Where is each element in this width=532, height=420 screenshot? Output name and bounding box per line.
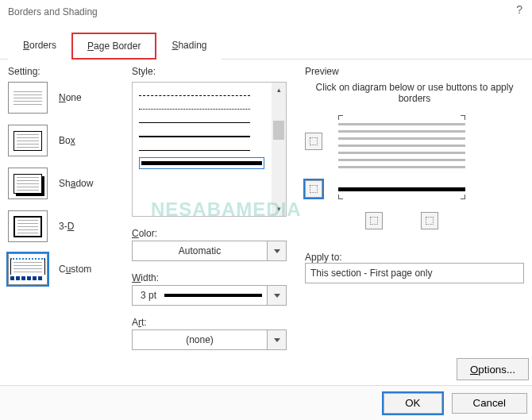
color-value: Automatic — [179, 245, 221, 256]
tab-page-border[interactable]: Page Border — [71, 33, 156, 60]
width-sample-icon — [164, 294, 262, 297]
border-bottom-button[interactable] — [305, 180, 322, 198]
color-dropdown-button[interactable] — [268, 241, 287, 261]
setting-3d[interactable]: 3-D — [8, 210, 127, 242]
border-left-button[interactable] — [365, 212, 383, 229]
apply-to-select[interactable]: This section - First page only — [305, 263, 524, 283]
setting-box-label: Box — [59, 135, 75, 146]
setting-3d-icon — [8, 210, 48, 242]
cancel-button[interactable]: Cancel — [452, 393, 528, 414]
setting-none[interactable]: None — [8, 82, 127, 114]
dialog-footer: OK Cancel — [0, 385, 532, 420]
chevron-down-icon — [274, 338, 280, 342]
tab-strip: Borders Page Border Shading — [0, 32, 532, 60]
tab-borders[interactable]: Borders — [8, 33, 71, 60]
style-option[interactable] — [139, 136, 250, 137]
style-option[interactable] — [139, 122, 250, 123]
color-select[interactable]: Automatic — [132, 241, 268, 261]
chevron-down-icon — [274, 294, 280, 298]
art-value: (none) — [186, 334, 214, 345]
width-value: 3 pt — [141, 290, 156, 301]
width-label: Width: — [132, 272, 294, 283]
style-option-selected[interactable] — [139, 157, 264, 169]
setting-custom[interactable]: Custom — [8, 253, 127, 285]
options-button[interactable]: Options... — [457, 358, 529, 380]
style-listbox[interactable]: ▴ ▾ — [132, 82, 287, 217]
art-dropdown-button[interactable] — [268, 329, 287, 350]
scroll-thumb[interactable] — [273, 121, 284, 140]
tab-shading[interactable]: Shading — [156, 33, 222, 60]
color-label: Color: — [132, 228, 294, 239]
style-option[interactable] — [139, 95, 250, 96]
help-icon[interactable]: ? — [516, 3, 522, 16]
apply-to-label: Apply to: — [305, 252, 524, 263]
setting-shadow[interactable]: Shadow — [8, 168, 127, 199]
scroll-down-icon[interactable]: ▾ — [272, 202, 286, 216]
width-select[interactable]: 3 pt — [132, 285, 268, 306]
width-dropdown-button[interactable] — [268, 285, 287, 306]
setting-box[interactable]: Box — [8, 125, 127, 156]
setting-box-icon — [8, 125, 48, 156]
border-right-button[interactable] — [421, 212, 438, 229]
setting-shadow-label: Shadow — [59, 178, 93, 189]
border-top-button[interactable] — [305, 133, 322, 150]
window-title: Borders and Shading — [8, 6, 98, 17]
preview-help-text: Click on diagram below or use buttons to… — [305, 82, 524, 104]
chevron-down-icon — [274, 249, 280, 253]
art-select[interactable]: (none) — [132, 329, 268, 350]
apply-to-value: This section - First page only — [310, 268, 432, 279]
art-label: Art: — [132, 317, 294, 328]
setting-label: Setting: — [8, 66, 127, 77]
scroll-up-icon[interactable]: ▴ — [272, 83, 286, 97]
style-scrollbar[interactable]: ▴ ▾ — [272, 83, 286, 216]
setting-custom-label: Custom — [59, 264, 91, 275]
setting-custom-icon — [8, 253, 48, 285]
style-option[interactable] — [139, 150, 250, 151]
setting-shadow-icon — [8, 168, 48, 199]
preview-bottom-border — [338, 187, 465, 191]
setting-none-label: None — [59, 92, 82, 103]
style-option[interactable] — [139, 109, 250, 110]
style-label: Style: — [132, 66, 294, 77]
setting-3d-label: 3-D — [59, 221, 74, 232]
preview-diagram[interactable] — [338, 115, 465, 229]
preview-label: Preview — [305, 66, 524, 77]
ok-button[interactable]: OK — [384, 393, 441, 414]
setting-none-icon — [8, 82, 48, 114]
